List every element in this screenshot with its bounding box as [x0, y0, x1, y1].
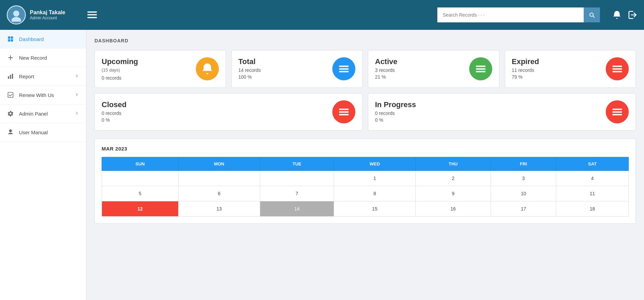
chevron-right-icon: [75, 74, 79, 79]
stat-count-upcoming: 0 records: [102, 75, 138, 81]
main-content: DASHBOARD Upcoming (15 days) 0 records T…: [86, 30, 644, 300]
stat-title-closed: Closed: [102, 100, 126, 109]
calendar-day[interactable]: 6: [179, 186, 260, 201]
stat-count-active: 3 records: [375, 67, 397, 73]
stat-title-in-progress: In Progress: [375, 100, 416, 109]
cal-header-sat: SAT: [556, 157, 629, 171]
svg-rect-15: [339, 71, 349, 72]
stat-text-expired: Expired 11 records 79 %: [512, 57, 539, 80]
stat-count-expired: 11 records: [512, 67, 539, 73]
stat-card-in-progress[interactable]: In Progress 0 records 0 %: [368, 93, 636, 131]
check-square-icon: [7, 91, 14, 99]
main-layout: Dashboard New Record Report Renew With U…: [0, 30, 644, 300]
search-input[interactable]: [437, 7, 584, 22]
cal-header-mon: MON: [179, 157, 260, 171]
sidebar-item-new-record[interactable]: New Record: [0, 48, 86, 67]
calendar-day[interactable]: 9: [415, 186, 491, 201]
stat-count-total: 14 records: [238, 67, 261, 73]
calendar-day[interactable]: 4: [556, 171, 629, 186]
stat-card-total[interactable]: Total 14 records 100 %: [231, 50, 363, 88]
calendar-day[interactable]: 16: [415, 201, 491, 217]
stat-icon-upcoming: [196, 57, 219, 80]
svg-rect-19: [612, 66, 622, 67]
stat-card-expired[interactable]: Expired 11 records 79 %: [505, 50, 636, 88]
svg-rect-27: [612, 114, 622, 115]
cal-header-fri: FRI: [491, 157, 556, 171]
calendar-day[interactable]: 3: [491, 171, 556, 186]
gear-icon: [7, 110, 14, 117]
user-profile: Pankaj Takale Admin Account: [7, 5, 75, 24]
svg-rect-3: [87, 14, 97, 15]
stats-grid-row1: Upcoming (15 days) 0 records Total 14 re…: [95, 50, 636, 88]
stat-card-upcoming[interactable]: Upcoming (15 days) 0 records: [95, 50, 226, 88]
stat-icon-expired: [606, 57, 629, 80]
search-button[interactable]: [584, 7, 600, 22]
chevron-right-icon: [75, 92, 79, 98]
calendar-day[interactable]: 18: [556, 201, 629, 217]
svg-rect-20: [612, 68, 622, 69]
calendar-day[interactable]: 5: [102, 186, 179, 201]
svg-rect-9: [8, 76, 9, 79]
header-icons: [612, 10, 637, 20]
stat-card-closed[interactable]: Closed 0 records 0 %: [95, 93, 362, 131]
stat-text-active: Active 3 records 21 %: [375, 57, 397, 80]
stats-grid-row2: Closed 0 records 0 % In Progress 0 recor…: [95, 93, 636, 131]
stat-card-active[interactable]: Active 3 records 21 %: [368, 50, 499, 88]
sidebar-item-dashboard[interactable]: Dashboard: [0, 30, 86, 48]
cal-header-tue: TUE: [260, 157, 334, 171]
calendar-day[interactable]: 7: [260, 186, 334, 201]
sidebar-item-renew-with-us[interactable]: Renew With Us: [0, 86, 86, 104]
calendar-day[interactable]: 13: [179, 201, 260, 217]
stat-text-upcoming: Upcoming (15 days) 0 records: [102, 57, 138, 81]
svg-rect-24: [339, 114, 349, 115]
calendar-day[interactable]: 11: [556, 186, 629, 201]
stat-percent-expired: 79 %: [512, 74, 539, 80]
hamburger-button[interactable]: [85, 7, 100, 23]
sidebar-item-user-manual[interactable]: User Manual: [0, 123, 86, 142]
stat-text-in-progress: In Progress 0 records 0 %: [375, 100, 416, 123]
calendar-day[interactable]: 8: [334, 186, 416, 201]
calendar-day[interactable]: 10: [491, 186, 556, 201]
svg-rect-4: [87, 17, 97, 18]
avatar: [7, 5, 26, 24]
calendar-day[interactable]: 14: [260, 201, 334, 217]
stat-title-expired: Expired: [512, 57, 539, 66]
stat-icon-in-progress: [606, 100, 629, 123]
svg-rect-16: [476, 66, 485, 67]
logout-button[interactable]: [628, 10, 637, 20]
cal-header-thu: THU: [415, 157, 491, 171]
calendar-day[interactable]: 2: [415, 171, 491, 186]
header: Pankaj Takale Admin Account: [0, 0, 644, 30]
calendar-table: SUN MON TUE WED THU FRI SAT 123456789101…: [102, 157, 629, 217]
stat-percent-closed: 0 %: [102, 117, 126, 123]
sidebar-item-admin-panel[interactable]: Admin Panel: [0, 104, 86, 123]
stat-icon-active: [469, 57, 492, 80]
sidebar: Dashboard New Record Report Renew With U…: [0, 30, 86, 300]
svg-rect-6: [11, 37, 13, 39]
sidebar-item-report[interactable]: Report: [0, 67, 86, 86]
calendar-day[interactable]: [102, 171, 179, 186]
notification-button[interactable]: [612, 10, 622, 20]
calendar-day[interactable]: 12: [102, 201, 179, 217]
calendar-day[interactable]: [179, 171, 260, 186]
calendar-day[interactable]: 17: [491, 201, 556, 217]
calendar-day[interactable]: [260, 171, 334, 186]
svg-rect-12: [8, 93, 13, 98]
calendar-day[interactable]: 15: [334, 201, 416, 217]
svg-rect-7: [8, 39, 11, 42]
sidebar-item-label: New Record: [19, 55, 79, 61]
svg-rect-2: [87, 11, 97, 13]
stat-icon-closed: [332, 100, 355, 123]
stat-percent-active: 21 %: [375, 74, 397, 80]
calendar-day[interactable]: 1: [334, 171, 416, 186]
user-role: Admin Account: [30, 16, 65, 20]
user-info: Pankaj Takale Admin Account: [30, 9, 65, 20]
svg-rect-18: [476, 71, 485, 72]
search-container: [437, 7, 600, 22]
stat-subtitle-upcoming: (15 days): [102, 67, 138, 73]
calendar-month: MAR 2023: [102, 146, 629, 152]
svg-rect-17: [476, 68, 485, 69]
plus-icon: [7, 54, 14, 61]
svg-rect-26: [612, 111, 622, 113]
svg-rect-23: [339, 111, 349, 113]
